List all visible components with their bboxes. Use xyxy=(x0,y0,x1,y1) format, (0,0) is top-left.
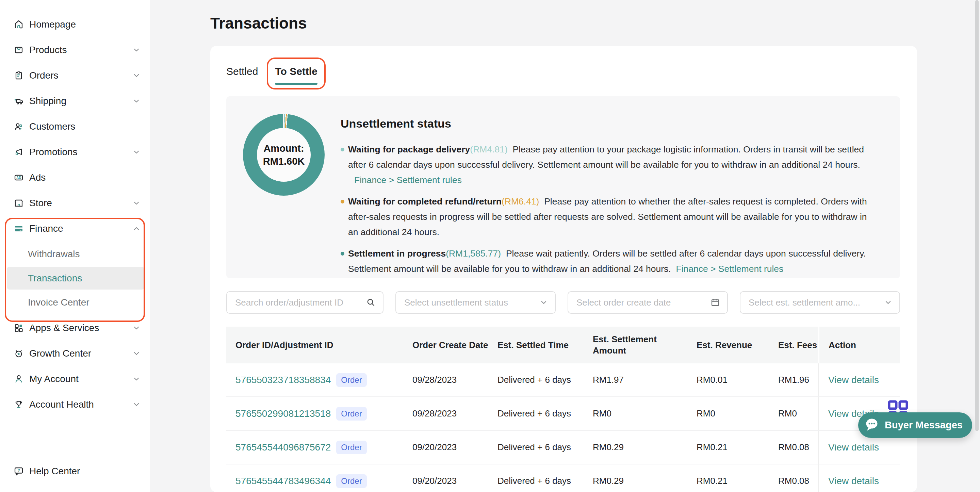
sidebar-item-promotions[interactable]: Promotions xyxy=(0,139,150,165)
select-order-create-date-filter[interactable] xyxy=(568,291,728,314)
tab-settled[interactable]: Settled xyxy=(226,66,258,88)
column-header-est-revenue: Est. Revenue xyxy=(687,339,769,351)
cell-create-date: 09/28/2023 xyxy=(403,375,488,385)
home-icon xyxy=(14,19,24,30)
sidebar-subitem-transactions[interactable]: Transactions xyxy=(7,267,144,290)
chevron-up-icon xyxy=(132,224,141,233)
view-details-link[interactable]: View details xyxy=(828,442,879,453)
chevron-down-icon xyxy=(132,97,141,105)
donut-center: Amount: RM1.60K xyxy=(257,128,311,182)
unsettlement-bullet: Waiting for completed refund/return(RM6.… xyxy=(340,194,873,240)
order-id-link[interactable]: 576545544783496344 xyxy=(235,476,331,487)
products-icon xyxy=(14,45,24,55)
view-details-link[interactable]: View details xyxy=(828,476,879,487)
column-header-order-id-adjustment-id: Order ID/Adjustment ID xyxy=(226,339,403,351)
sidebar-item-growth-center[interactable]: Growth Center xyxy=(0,341,150,366)
sidebar-item-help-center[interactable]: ?Help Center xyxy=(0,458,150,484)
cell-order-id: 576550323718358834Order xyxy=(226,373,403,387)
sidebar-item-label: Orders xyxy=(29,70,59,81)
view-details-link[interactable]: View details xyxy=(828,375,879,385)
main-content: Transactions SettledTo Settle Amount: RM… xyxy=(150,0,980,492)
chevron-down-icon xyxy=(132,349,141,358)
cell-settlement-amount: RM1.97 xyxy=(584,375,687,385)
unsettlement-bullet: Waiting for package delivery(RM4.81) Ple… xyxy=(340,142,873,188)
sidebar-item-label: Shipping xyxy=(29,96,66,107)
chevron-down-icon xyxy=(132,375,141,384)
select-input[interactable] xyxy=(404,297,536,308)
bullet-dot-icon xyxy=(340,252,344,256)
tab-to-settle[interactable]: To Settle xyxy=(275,66,317,88)
sidebar-item-store[interactable]: Store xyxy=(0,190,150,216)
cell-order-id: 576545544096875672Order xyxy=(226,441,403,454)
bullet-amount: (RM1,585.77) xyxy=(446,248,501,259)
buyer-messages-button[interactable]: Buyer Messages xyxy=(858,412,972,438)
svg-text:?: ? xyxy=(18,468,20,473)
select-input[interactable] xyxy=(748,297,880,308)
sidebar-item-shipping[interactable]: Shipping xyxy=(0,88,150,114)
cell-fees: RM0.08 xyxy=(769,442,818,452)
cell-settlement-amount: RM0.29 xyxy=(584,476,687,486)
select-est-settlement-amo-filter[interactable] xyxy=(740,291,900,314)
chevron-down-icon xyxy=(132,148,141,156)
sidebar-item-account-health[interactable]: Account Health xyxy=(0,392,150,417)
order-id-link[interactable]: 576545544096875672 xyxy=(235,442,331,453)
sidebar-item-apps-services[interactable]: Apps & Services xyxy=(0,315,150,341)
chevron-down-icon xyxy=(539,298,548,307)
settlement-rules-link[interactable]: Finance > Settlement rules xyxy=(354,172,873,188)
column-header-order-create-date: Order Create Date xyxy=(403,339,488,351)
cell-revenue: RM0 xyxy=(687,408,769,419)
sidebar-item-ads[interactable]: ADAds xyxy=(0,165,150,190)
promotions-icon xyxy=(14,147,24,157)
order-id-link[interactable]: 576550299081213518 xyxy=(235,408,331,419)
sidebar-item-my-account[interactable]: My Account xyxy=(0,366,150,392)
table-row: 576550299081213518Order09/28/2023Deliver… xyxy=(226,397,900,431)
unsettlement-panel: Amount: RM1.60K Unsettlement status Wait… xyxy=(226,96,900,278)
sidebar-subitem-invoice-center[interactable]: Invoice Center xyxy=(7,291,144,314)
orders-icon xyxy=(14,70,24,81)
column-header-est-fees: Est. Fees xyxy=(769,339,818,351)
sidebar-item-label: Finance xyxy=(29,223,63,234)
cell-action: View details xyxy=(818,465,900,492)
cell-settled-time: Delivered + 6 days xyxy=(488,375,584,385)
sidebar-item-customers[interactable]: Customers xyxy=(0,114,150,139)
table-row: 576545544096875672Order09/20/2023Deliver… xyxy=(226,431,900,465)
sidebar: HomepageProductsOrdersShippingCustomersP… xyxy=(0,0,150,492)
chevron-down-icon xyxy=(132,46,141,54)
select-unsettlement-status-filter[interactable] xyxy=(395,291,556,314)
transactions-card: SettledTo Settle Amount: RM1.60K Unsettl… xyxy=(210,46,917,492)
cell-settlement-amount: RM0.29 xyxy=(584,442,687,452)
settlement-rules-link[interactable]: Finance > Settlement rules xyxy=(671,264,784,274)
sidebar-subitem-withdrawals[interactable]: Withdrawals xyxy=(7,243,144,265)
cell-action: View details xyxy=(818,363,900,396)
transactions-table: Order ID/Adjustment IDOrder Create DateE… xyxy=(226,326,900,492)
sidebar-item-label: Store xyxy=(29,198,52,209)
cell-order-id: 576550299081213518Order xyxy=(226,407,403,420)
sidebar-item-homepage[interactable]: Homepage xyxy=(0,11,150,37)
sidebar-item-finance[interactable]: Finance xyxy=(0,216,150,241)
date-input[interactable] xyxy=(576,297,707,308)
unsettlement-bullet-list: Waiting for package delivery(RM4.81) Ple… xyxy=(340,142,873,277)
sidebar-item-label: Growth Center xyxy=(29,348,91,359)
search-input[interactable] xyxy=(234,297,363,308)
sidebar-item-orders[interactable]: Orders xyxy=(0,63,150,88)
tab-label: To Settle xyxy=(275,66,317,77)
sidebar-item-products[interactable]: Products xyxy=(0,37,150,63)
column-header-est-settlement-amount: Est. Settlement Amount xyxy=(584,334,687,356)
search-order-adjustment-id-filter[interactable] xyxy=(226,291,383,314)
chevron-down-icon xyxy=(132,71,141,80)
cell-revenue: RM0.21 xyxy=(687,476,769,486)
bullet-dot-icon xyxy=(340,200,344,204)
page-scrollbar-thumb[interactable] xyxy=(975,0,978,431)
sidebar-nav: HomepageProductsOrdersShippingCustomersP… xyxy=(0,0,150,417)
calendar-icon xyxy=(710,298,721,307)
shipping-icon xyxy=(14,96,24,106)
order-type-badge: Order xyxy=(336,373,366,387)
growth-icon xyxy=(14,349,24,358)
bullet-amount: (RM6.41) xyxy=(501,196,539,207)
chevron-down-icon xyxy=(132,323,141,333)
order-type-badge: Order xyxy=(336,441,366,454)
app-root: HomepageProductsOrdersShippingCustomersP… xyxy=(0,0,980,492)
order-id-link[interactable]: 576550323718358834 xyxy=(235,375,331,385)
table-row: 576550323718358834Order09/28/2023Deliver… xyxy=(226,363,900,397)
cell-settled-time: Delivered + 6 days xyxy=(488,442,584,452)
